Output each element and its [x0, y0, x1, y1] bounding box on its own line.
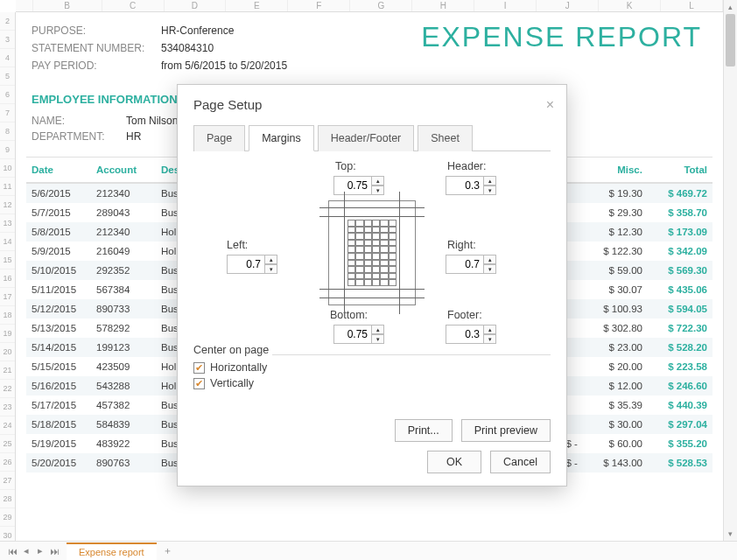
emp-name-label: NAME: [32, 115, 119, 127]
ok-button[interactable]: OK [427, 451, 481, 473]
margin-right-input[interactable]: ▴▾ [446, 255, 496, 274]
center-on-page-group: Center on page ✔Horizontally ✔Vertically [193, 344, 269, 393]
vertical-scrollbar[interactable]: ▴ ▾ [723, 0, 737, 541]
emp-dept: HR [126, 130, 141, 143]
purpose-label: PURPOSE: [32, 24, 154, 37]
margin-left-label: Left: [227, 239, 248, 251]
spinner-down-icon[interactable]: ▾ [372, 334, 384, 344]
spinner-up-icon[interactable]: ▴ [265, 255, 277, 264]
margin-header-input[interactable]: ▴▾ [446, 176, 496, 195]
margin-top-label: Top: [335, 160, 356, 172]
spinner-up-icon[interactable]: ▴ [484, 176, 496, 186]
spinner-up-icon[interactable]: ▴ [484, 255, 496, 264]
tab-page[interactable]: Page [193, 125, 245, 151]
print-button[interactable]: Print... [395, 419, 453, 442]
margin-header-label: Header: [447, 160, 486, 172]
sheet-tab-active[interactable]: Expense report [67, 542, 157, 560]
cancel-button[interactable]: Cancel [490, 451, 551, 473]
center-horizontally-checkbox[interactable]: ✔Horizontally [193, 361, 269, 374]
spinner-down-icon[interactable]: ▾ [484, 334, 496, 344]
margin-bottom-input[interactable]: ▴▾ [333, 325, 384, 344]
tab-sheet[interactable]: Sheet [418, 125, 473, 151]
col-misc: Misc. [583, 158, 648, 184]
tab-nav-first-icon[interactable]: ⏮ [5, 546, 19, 556]
margin-left-input[interactable]: ▴▾ [227, 255, 277, 274]
print-preview-button[interactable]: Print preview [461, 419, 551, 442]
close-icon[interactable]: × [546, 97, 554, 113]
spinner-down-icon[interactable]: ▾ [372, 186, 384, 195]
tab-nav-next-icon[interactable]: ▸ [33, 545, 47, 556]
spinner-down-icon[interactable]: ▾ [484, 186, 496, 195]
margin-right-label: Right: [447, 239, 476, 251]
dialog-title: Page Setup × [178, 85, 566, 121]
center-vertically-checkbox[interactable]: ✔Vertically [193, 377, 269, 389]
add-sheet-icon[interactable]: ＋ [160, 544, 176, 557]
period-label: PAY PERIOD: [32, 60, 154, 72]
tab-nav-last-icon[interactable]: ⏭ [47, 546, 61, 556]
margin-footer-input[interactable]: ▴▾ [446, 325, 496, 344]
spinner-down-icon[interactable]: ▾ [484, 264, 496, 274]
purpose-value: HR-Conference [161, 24, 234, 37]
spinner-up-icon[interactable]: ▴ [372, 176, 384, 186]
scroll-up-icon[interactable]: ▴ [724, 0, 737, 14]
emp-name: Tom Nilson [126, 115, 178, 127]
column-header-strip: B C D E F G H I J K L [16, 0, 723, 12]
row-header-strip: 2345678910111213141516171819202122232425… [0, 12, 16, 541]
period-value: from 5/6/2015 to 5/20/2015 [161, 60, 287, 72]
stmt-value: 534084310 [161, 42, 214, 54]
page-setup-dialog: Page Setup × Page Margins Header/Footer … [177, 84, 567, 486]
scroll-thumb[interactable] [726, 14, 735, 66]
tab-nav-prev-icon[interactable]: ◂ [19, 545, 33, 556]
emp-dept-label: DEPARTMENT: [32, 130, 119, 143]
sheet-tab-strip: ⏮ ◂ ▸ ⏭ Expense report ＋ [0, 541, 737, 560]
stmt-label: STATEMENT NUMBER: [32, 42, 154, 54]
margin-bottom-label: Bottom: [330, 309, 368, 321]
spinner-down-icon[interactable]: ▾ [265, 264, 277, 274]
tab-margins[interactable]: Margins [249, 125, 313, 151]
col-total: Total [648, 158, 712, 184]
spinner-up-icon[interactable]: ▴ [372, 325, 384, 334]
col-date: Date [26, 158, 91, 184]
scroll-down-icon[interactable]: ▾ [724, 527, 737, 541]
spinner-up-icon[interactable]: ▴ [484, 325, 496, 334]
col-account: Account [91, 158, 156, 184]
report-title: EXPENSE REPORT [421, 21, 702, 53]
margin-top-input[interactable]: ▴▾ [333, 176, 384, 195]
margin-footer-label: Footer: [447, 309, 482, 321]
center-title: Center on page [193, 344, 269, 356]
page-preview-diagram [328, 200, 416, 305]
tab-header-footer[interactable]: Header/Footer [318, 125, 415, 151]
